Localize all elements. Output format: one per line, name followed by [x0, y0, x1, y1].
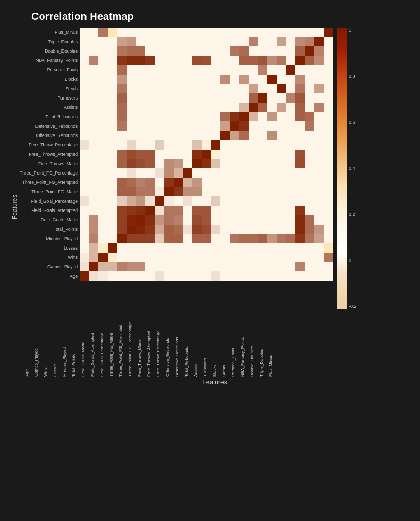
heatmap-cell: [89, 206, 98, 215]
col-label-wrapper: Three_Point_FG_Made: [106, 309, 116, 377]
heatmap-cell: [295, 168, 305, 178]
heatmap-cell: [136, 75, 145, 84]
heatmap-cell: [286, 215, 295, 225]
heatmap-cell: [80, 234, 89, 243]
heatmap-cell: [192, 168, 202, 178]
heatmap-cell: [202, 37, 211, 46]
row-label: Total_Rebounds: [20, 112, 80, 121]
heatmap-cell: [98, 112, 108, 121]
heatmap-cell: [89, 150, 98, 159]
col-label-wrapper: Field_Goal_Percentage: [97, 309, 106, 377]
heatmap-cell: [174, 150, 183, 159]
col-label: Turnovers: [203, 309, 207, 377]
heatmap-cell: [155, 65, 164, 75]
heatmap-cell: [230, 243, 239, 253]
heatmap-cell: [230, 215, 239, 225]
row-label: Minutes_Played: [20, 234, 80, 243]
heatmap-cell: [202, 187, 211, 196]
heatmap-cell: [267, 131, 277, 140]
heatmap-cell: [89, 178, 98, 187]
col-label: Total_Rebounds: [184, 309, 189, 377]
heatmap-cell: [314, 196, 324, 206]
heatmap-cell: [239, 178, 249, 187]
heatmap-cell: [258, 131, 267, 140]
heatmap-cell: [192, 93, 202, 103]
row-label: Three_Point_FG_Percentage: [20, 168, 80, 178]
colorbar-tick: 0.8: [349, 73, 357, 79]
heatmap-cell: [108, 84, 117, 93]
col-label: Losses: [53, 309, 57, 377]
heatmap-cell: [108, 37, 117, 46]
heatmap-cell: [155, 131, 164, 140]
heatmap-cell: [258, 178, 267, 187]
colorbar-tick: 1: [349, 28, 357, 33]
heatmap-cell: [136, 56, 145, 65]
heatmap-cell: [286, 262, 295, 271]
heatmap-cell: [136, 243, 145, 253]
heatmap-cell: [108, 206, 117, 215]
heatmap-cell: [202, 196, 211, 206]
heatmap-cell: [295, 84, 305, 93]
heatmap-cell: [136, 253, 145, 262]
heatmap-cell: [249, 215, 258, 225]
heatmap-cell: [183, 37, 192, 46]
heatmap-cell: [80, 187, 89, 196]
col-label: Assists: [193, 309, 198, 377]
heatmap-cell: [174, 253, 183, 262]
heatmap-cell: [89, 187, 98, 196]
heatmap-cell: [127, 103, 136, 112]
heatmap-cell: [220, 131, 230, 140]
heatmap-cell: [136, 196, 145, 206]
heatmap-cell: [155, 243, 164, 253]
heatmap-cell: [127, 271, 136, 281]
col-label-wrapper: Free_Throws_Attempted: [144, 309, 153, 377]
heatmap-cell: [314, 187, 324, 196]
heatmap-cell: [80, 243, 89, 253]
heatmap-cell: [305, 196, 314, 206]
heatmap-cell: [174, 46, 183, 56]
heatmap-cell: [239, 65, 249, 75]
col-label: Plus_Minus: [268, 309, 273, 377]
heatmap-cell: [155, 271, 164, 281]
heatmap-cell: [192, 65, 202, 75]
col-label-wrapper: Defensive_Rebounds: [172, 309, 181, 377]
heatmap-cell: [127, 75, 136, 84]
heatmap-cell: [249, 131, 258, 140]
heatmap-cell: [249, 159, 258, 168]
colorbar-tick: 0.4: [349, 166, 357, 171]
heatmap-cell: [211, 262, 220, 271]
heatmap-cell: [324, 262, 333, 271]
heatmap-cell: [277, 75, 286, 84]
heatmap-cell: [98, 28, 108, 37]
heatmap-cell: [286, 271, 295, 281]
row-label: Losses: [20, 243, 80, 253]
heatmap-cell: [267, 196, 277, 206]
heatmap-cell: [164, 234, 174, 243]
heatmap-cell: [80, 178, 89, 187]
heatmap-cell: [220, 271, 230, 281]
heatmap-cell: [220, 121, 230, 131]
heatmap-cell: [136, 150, 145, 159]
heatmap-cell: [108, 168, 117, 178]
heatmap-cell: [324, 234, 333, 243]
heatmap-cell: [258, 271, 267, 281]
heatmap-cell: [145, 243, 155, 253]
heatmap-with-colorbar: Plus_MinusTriple_DoublesDouble_DoublesNB…: [20, 28, 410, 309]
col-label: Field_Goal_Percentage: [100, 309, 104, 377]
heatmap-cell: [117, 84, 127, 93]
heatmap-cell: [98, 196, 108, 206]
heatmap-cell: [249, 93, 258, 103]
heatmap-cell: [220, 159, 230, 168]
heatmap-cell: [267, 243, 277, 253]
row-label: Blocks: [20, 75, 80, 84]
col-label: Free_Throw_Percentage: [156, 309, 160, 377]
heatmap-cell: [258, 159, 267, 168]
heatmap-cell: [89, 271, 98, 281]
heatmap-cell: [145, 84, 155, 93]
heatmap-cell: [80, 56, 89, 65]
heatmap-cell: [230, 28, 239, 37]
heatmap-cell: [314, 56, 324, 65]
heatmap-cell: [155, 93, 164, 103]
heatmap-cell: [211, 234, 220, 243]
heatmap-cell: [211, 187, 220, 196]
